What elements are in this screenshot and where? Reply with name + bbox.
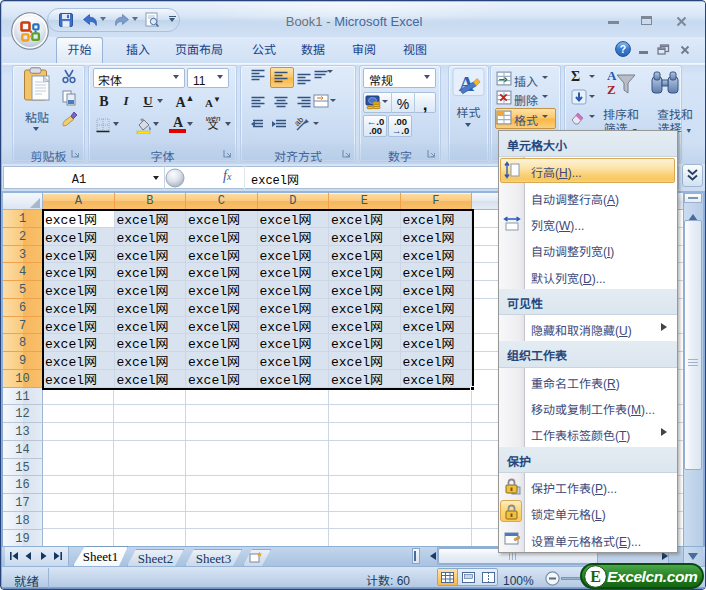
svg-text:ab: ab: [294, 116, 306, 128]
svg-text:E: E: [590, 568, 601, 585]
svg-text:?: ?: [620, 43, 626, 55]
svg-text:A: A: [607, 68, 617, 83]
svg-text:Z: Z: [607, 82, 616, 97]
